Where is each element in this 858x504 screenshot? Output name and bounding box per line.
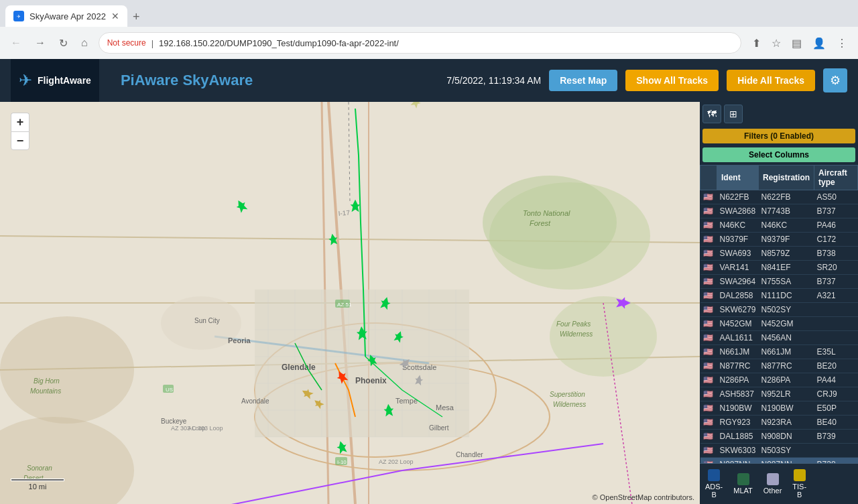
aircraft-marker[interactable] bbox=[615, 294, 632, 312]
url-bar[interactable]: Not secure | 192.168.150.220/DUMP1090_Te… bbox=[99, 32, 741, 54]
reset-map-button[interactable]: Reset Map bbox=[549, 70, 617, 91]
aircraft-marker[interactable] bbox=[354, 325, 370, 341]
zoom-in-button[interactable]: + bbox=[11, 113, 29, 131]
svg-text:Wilderness: Wilderness bbox=[553, 401, 586, 408]
legend-dot-mlat bbox=[737, 473, 749, 485]
hide-all-tracks-button[interactable]: Hide All Tracks bbox=[727, 70, 815, 91]
active-tab[interactable]: ✈ SkyAware Apr 2022 ✕ bbox=[5, 5, 127, 27]
logo-text: FlightAware bbox=[38, 75, 91, 86]
registration-cell: N456AN bbox=[759, 331, 814, 345]
flag-cell: 🇺🇸 bbox=[700, 416, 717, 430]
aircraft-marker[interactable] bbox=[378, 296, 393, 310]
svg-text:Chandler: Chandler bbox=[456, 451, 483, 458]
back-button[interactable]: ← bbox=[8, 34, 24, 52]
type-cell: BE20 bbox=[814, 359, 858, 373]
zoom-out-button[interactable]: − bbox=[11, 131, 29, 150]
table-row[interactable]: 🇺🇸 N190BW N190BW E50P bbox=[700, 401, 858, 416]
aircraft-marker[interactable] bbox=[326, 233, 340, 246]
table-row[interactable]: 🇺🇸 AAL1611 N456AN bbox=[700, 331, 858, 345]
aircraft-marker[interactable] bbox=[399, 357, 412, 370]
registration-cell: N952LR bbox=[759, 387, 814, 401]
col-type-header[interactable]: Aircraft type bbox=[814, 166, 858, 190]
aircraft-marker[interactable] bbox=[234, 198, 249, 213]
home-button[interactable]: ⌂ bbox=[78, 34, 90, 52]
app-title: PiAware SkyAware bbox=[121, 72, 253, 89]
aircraft-marker[interactable] bbox=[365, 353, 379, 367]
menu-button[interactable]: ⋮ bbox=[834, 34, 850, 52]
aircraft-marker[interactable] bbox=[410, 102, 423, 109]
ident-cell: N452GM bbox=[717, 317, 759, 331]
table-row[interactable]: 🇺🇸 N286PA N286PA PA44 bbox=[700, 373, 858, 387]
aircraft-marker[interactable] bbox=[312, 397, 324, 410]
table-row[interactable]: 🇺🇸 DAL1885 N908DN B739 bbox=[700, 430, 858, 444]
table-row[interactable]: 🇺🇸 DAL2858 N111DC A321 bbox=[700, 289, 858, 303]
panel-map-icon-button[interactable]: 🗺 bbox=[702, 105, 721, 123]
col-ident-header[interactable]: Ident bbox=[717, 166, 759, 190]
table-row[interactable]: 🇺🇸 SKW6279 N502SY bbox=[700, 303, 858, 317]
reload-button[interactable]: ↻ bbox=[56, 34, 70, 52]
browser-actions: ⬆ ☆ ▤ 👤 ⋮ bbox=[749, 34, 850, 52]
share-button[interactable]: ⬆ bbox=[749, 34, 763, 52]
profile-button[interactable]: 👤 bbox=[810, 34, 829, 52]
ident-cell: SKW6279 bbox=[717, 303, 759, 317]
flag-cell: 🇺🇸 bbox=[700, 190, 717, 204]
aircraft-marker[interactable] bbox=[334, 440, 349, 454]
sidebar-toggle-button[interactable]: ▤ bbox=[789, 34, 804, 52]
registration-cell: N7743B bbox=[759, 204, 814, 218]
zoom-controls: + − bbox=[11, 113, 29, 150]
ident-cell: SWA2868 bbox=[717, 204, 759, 218]
settings-button[interactable]: ⚙ bbox=[823, 68, 847, 92]
flag-cell: 🇺🇸 bbox=[700, 303, 717, 317]
flag-cell: 🇺🇸 bbox=[700, 359, 717, 373]
table-row[interactable]: 🇺🇸 SKW6303 N503SY bbox=[700, 444, 858, 458]
svg-text:Mountains: Mountains bbox=[30, 387, 61, 395]
table-row[interactable]: 🇺🇸 N9379F N9379F C172 bbox=[700, 233, 858, 247]
registration-cell: N111DC bbox=[759, 289, 814, 303]
svg-text:Phoenix: Phoenix bbox=[355, 376, 387, 385]
map-area[interactable]: I-17 AZ 303 Loop AZ 202 Loop Peoria Sun … bbox=[0, 102, 700, 504]
panel-grid-icon-button[interactable]: ⊞ bbox=[724, 105, 743, 123]
ident-cell: SWA693 bbox=[717, 247, 759, 261]
tab-close-button[interactable]: ✕ bbox=[111, 11, 119, 21]
ident-cell: AAL1611 bbox=[717, 331, 759, 345]
registration-cell: N452GM bbox=[759, 317, 814, 331]
table-row[interactable]: 🇺🇸 N877RC N877RC BE20 bbox=[700, 359, 858, 373]
table-row[interactable]: 🇺🇸 RGY923 N923RA BE40 bbox=[700, 416, 858, 430]
aircraft-list-scroll[interactable]: Ident Registration Aircraft type 🇺🇸 N622… bbox=[700, 165, 858, 463]
col-registration-header[interactable]: Registration bbox=[759, 166, 814, 190]
select-columns-button[interactable]: Select Columns bbox=[702, 147, 855, 162]
forward-button[interactable]: → bbox=[32, 34, 48, 52]
legend-label-mlat: MLAT bbox=[733, 487, 753, 495]
aircraft-marker[interactable] bbox=[300, 387, 314, 400]
filters-button[interactable]: Filters (0 Enabled) bbox=[702, 129, 855, 143]
table-row[interactable]: 🇺🇸 N452GM N452GM bbox=[700, 317, 858, 331]
bookmark-button[interactable]: ☆ bbox=[769, 34, 784, 52]
aircraft-marker[interactable] bbox=[348, 198, 363, 213]
svg-text:✈: ✈ bbox=[17, 14, 21, 19]
aircraft-marker[interactable] bbox=[392, 330, 406, 343]
table-row[interactable]: 🇺🇸 SWA693 N8579Z B738 bbox=[700, 247, 858, 261]
table-row[interactable]: 🇺🇸 SWA2964 N755SA B737 bbox=[700, 275, 858, 289]
aircraft-marker[interactable] bbox=[381, 403, 396, 418]
registration-cell: N755SA bbox=[759, 275, 814, 289]
table-row[interactable]: 🇺🇸 N622FB N622FB AS50 bbox=[700, 190, 858, 204]
header-right: 7/5/2022, 11:19:34 AM Reset Map Show All… bbox=[446, 68, 847, 92]
logo-plane-icon: ✈ bbox=[19, 71, 32, 90]
table-row[interactable]: 🇺🇸 N46KC N46KC PA46 bbox=[700, 218, 858, 233]
show-all-tracks-button[interactable]: Show All Tracks bbox=[625, 70, 719, 91]
svg-text:Four Peaks: Four Peaks bbox=[556, 320, 591, 328]
aircraft-marker[interactable] bbox=[334, 369, 349, 384]
col-flag-header[interactable] bbox=[700, 166, 717, 190]
flag-cell: 🇺🇸 bbox=[700, 317, 717, 331]
table-row[interactable]: 🇺🇸 ASH5837 N952LR CRJ9 bbox=[700, 387, 858, 401]
legend-tisb: TIS-B bbox=[792, 469, 806, 499]
table-row[interactable]: 🇺🇸 N661JM N661JM E35L bbox=[700, 345, 858, 359]
new-tab-button[interactable]: + bbox=[127, 7, 145, 27]
osm-credit: © OpenStreetMap contributors. bbox=[593, 493, 694, 501]
table-row[interactable]: 🇺🇸 N987NN N987NN B738 bbox=[700, 458, 858, 464]
svg-text:Tonto National: Tonto National bbox=[523, 209, 570, 217]
table-row[interactable]: 🇺🇸 SWA2868 N7743B B737 bbox=[700, 204, 858, 218]
aircraft-marker[interactable] bbox=[413, 374, 425, 386]
panel-icons: 🗺 ⊞ bbox=[700, 102, 858, 126]
table-row[interactable]: 🇺🇸 VAR141 N841EF SR20 bbox=[700, 261, 858, 275]
